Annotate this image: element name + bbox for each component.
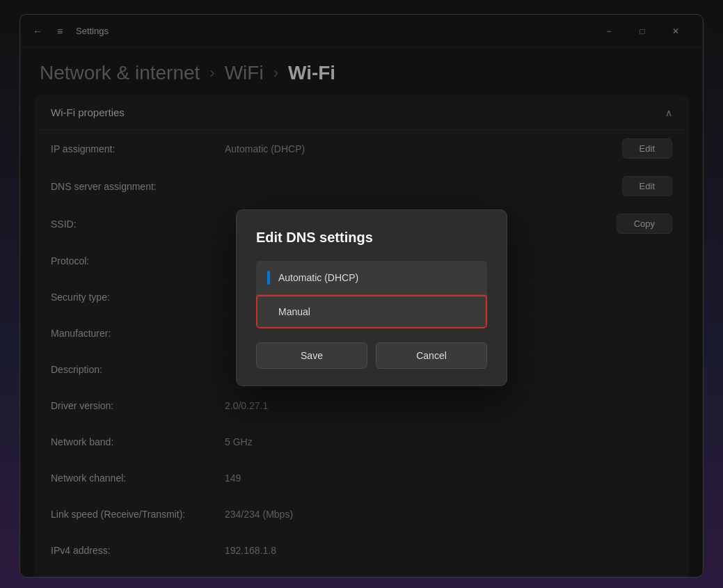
option-automatic-dhcp[interactable]: Automatic (DHCP): [256, 261, 487, 295]
option-manual[interactable]: Manual: [256, 295, 487, 328]
dialog-title: Edit DNS settings: [256, 230, 487, 246]
ipv4-dns-value: 8.8.8.8 (Unencrypted) 8.8.4.4 (Unencrypt…: [225, 577, 672, 578]
dialog-cancel-button[interactable]: Cancel: [376, 342, 487, 369]
dialog-options-list: Automatic (DHCP) Manual: [256, 261, 487, 328]
option-automatic-label: Automatic (DHCP): [278, 272, 358, 283]
option-indicator-automatic: [267, 271, 270, 285]
settings-window: ← ≡ Settings − □ ✕ Network & internet › …: [19, 14, 704, 578]
edit-dns-dialog: Edit DNS settings Automatic (DHCP) Manua…: [236, 209, 507, 386]
option-manual-label: Manual: [278, 306, 310, 317]
dialog-buttons: Save Cancel: [256, 342, 487, 369]
ipv4-dns-primary: 8.8.8.8 (Unencrypted): [225, 577, 672, 578]
dialog-save-button[interactable]: Save: [256, 342, 367, 369]
modal-backdrop: Edit DNS settings Automatic (DHCP) Manua…: [20, 15, 703, 577]
